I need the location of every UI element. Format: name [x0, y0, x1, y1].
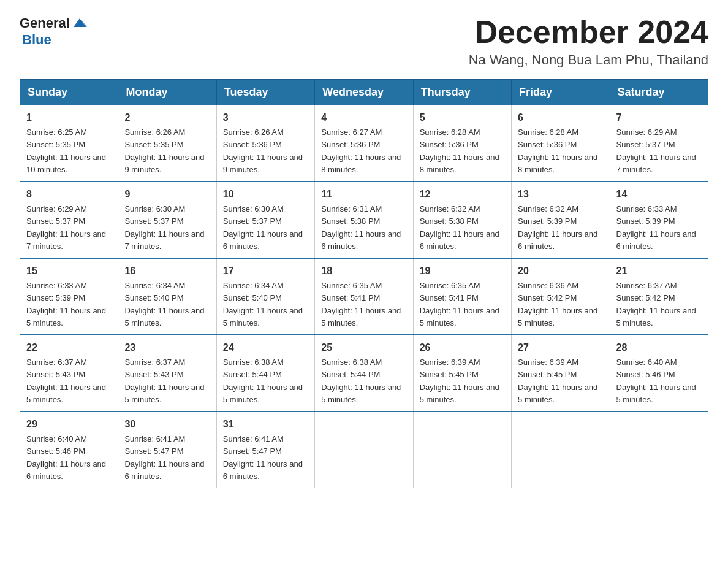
day-info: Sunrise: 6:32 AMSunset: 5:39 PMDaylight:… — [518, 204, 597, 251]
calendar-cell — [512, 412, 610, 488]
calendar-cell: 7 Sunrise: 6:29 AMSunset: 5:37 PMDayligh… — [610, 105, 708, 182]
day-info: Sunrise: 6:37 AMSunset: 5:43 PMDaylight:… — [124, 358, 204, 404]
col-wednesday: Wednesday — [315, 80, 413, 105]
calendar-week-row: 15 Sunrise: 6:33 AMSunset: 5:39 PMDaylig… — [20, 258, 708, 335]
day-info: Sunrise: 6:40 AMSunset: 5:46 PMDaylight:… — [26, 434, 106, 481]
day-number: 15 — [26, 264, 112, 278]
day-info: Sunrise: 6:30 AMSunset: 5:37 PMDaylight:… — [124, 204, 204, 251]
calendar-cell: 25 Sunrise: 6:38 AMSunset: 5:44 PMDaylig… — [315, 335, 413, 412]
day-number: 13 — [518, 187, 603, 202]
calendar-cell: 22 Sunrise: 6:37 AMSunset: 5:43 PMDaylig… — [20, 335, 118, 412]
calendar-cell: 26 Sunrise: 6:39 AMSunset: 5:45 PMDaylig… — [413, 335, 511, 412]
day-info: Sunrise: 6:26 AMSunset: 5:36 PMDaylight:… — [223, 128, 303, 174]
calendar-cell: 19 Sunrise: 6:35 AMSunset: 5:41 PMDaylig… — [413, 258, 511, 335]
calendar-cell: 3 Sunrise: 6:26 AMSunset: 5:36 PMDayligh… — [216, 105, 314, 182]
day-info: Sunrise: 6:38 AMSunset: 5:44 PMDaylight:… — [321, 358, 401, 404]
day-number: 18 — [321, 264, 406, 278]
day-info: Sunrise: 6:27 AMSunset: 5:36 PMDaylight:… — [321, 128, 401, 174]
col-saturday: Saturday — [610, 80, 708, 105]
col-thursday: Thursday — [413, 80, 511, 105]
day-number: 24 — [223, 340, 308, 355]
day-number: 27 — [518, 340, 603, 355]
calendar-cell: 13 Sunrise: 6:32 AMSunset: 5:39 PMDaylig… — [512, 182, 610, 258]
day-number: 31 — [223, 417, 308, 432]
day-info: Sunrise: 6:25 AMSunset: 5:35 PMDaylight:… — [26, 128, 106, 174]
calendar-week-row: 8 Sunrise: 6:29 AMSunset: 5:37 PMDayligh… — [20, 182, 708, 258]
day-number: 12 — [420, 187, 505, 202]
day-number: 26 — [420, 340, 505, 355]
day-info: Sunrise: 6:31 AMSunset: 5:38 PMDaylight:… — [321, 204, 401, 251]
day-number: 10 — [223, 187, 308, 202]
day-number: 4 — [321, 110, 406, 125]
day-number: 28 — [616, 340, 702, 355]
day-info: Sunrise: 6:32 AMSunset: 5:38 PMDaylight:… — [420, 204, 499, 251]
day-info: Sunrise: 6:39 AMSunset: 5:45 PMDaylight:… — [420, 358, 499, 404]
day-number: 29 — [26, 417, 112, 432]
day-info: Sunrise: 6:28 AMSunset: 5:36 PMDaylight:… — [420, 128, 499, 174]
day-info: Sunrise: 6:41 AMSunset: 5:47 PMDaylight:… — [223, 434, 303, 481]
header: General Blue December 2024 Na Wang, Nong… — [20, 15, 708, 68]
day-info: Sunrise: 6:40 AMSunset: 5:46 PMDaylight:… — [616, 358, 696, 404]
day-info: Sunrise: 6:33 AMSunset: 5:39 PMDaylight:… — [26, 281, 106, 327]
col-tuesday: Tuesday — [216, 80, 314, 105]
calendar-table: Sunday Monday Tuesday Wednesday Thursday… — [20, 79, 708, 488]
day-info: Sunrise: 6:29 AMSunset: 5:37 PMDaylight:… — [616, 128, 696, 174]
day-info: Sunrise: 6:38 AMSunset: 5:44 PMDaylight:… — [223, 358, 303, 404]
day-number: 20 — [518, 264, 603, 278]
calendar-cell: 11 Sunrise: 6:31 AMSunset: 5:38 PMDaylig… — [315, 182, 413, 258]
calendar-cell: 12 Sunrise: 6:32 AMSunset: 5:38 PMDaylig… — [413, 182, 511, 258]
calendar-cell: 1 Sunrise: 6:25 AMSunset: 5:35 PMDayligh… — [20, 105, 118, 182]
col-sunday: Sunday — [20, 80, 118, 105]
calendar-cell: 9 Sunrise: 6:30 AMSunset: 5:37 PMDayligh… — [118, 182, 216, 258]
calendar-week-row: 1 Sunrise: 6:25 AMSunset: 5:35 PMDayligh… — [20, 105, 708, 182]
calendar-cell: 2 Sunrise: 6:26 AMSunset: 5:35 PMDayligh… — [118, 105, 216, 182]
day-number: 5 — [420, 110, 505, 125]
day-info: Sunrise: 6:41 AMSunset: 5:47 PMDaylight:… — [124, 434, 204, 481]
day-info: Sunrise: 6:29 AMSunset: 5:37 PMDaylight:… — [26, 204, 106, 251]
day-info: Sunrise: 6:39 AMSunset: 5:45 PMDaylight:… — [518, 358, 597, 404]
calendar-cell: 28 Sunrise: 6:40 AMSunset: 5:46 PMDaylig… — [610, 335, 708, 412]
calendar-cell: 18 Sunrise: 6:35 AMSunset: 5:41 PMDaylig… — [315, 258, 413, 335]
day-number: 23 — [124, 340, 210, 355]
calendar-cell: 24 Sunrise: 6:38 AMSunset: 5:44 PMDaylig… — [216, 335, 314, 412]
location-subtitle: Na Wang, Nong Bua Lam Phu, Thailand — [469, 52, 708, 68]
calendar-cell: 20 Sunrise: 6:36 AMSunset: 5:42 PMDaylig… — [512, 258, 610, 335]
day-number: 8 — [26, 187, 112, 202]
logo-icon — [71, 15, 88, 32]
col-friday: Friday — [512, 80, 610, 105]
calendar-cell — [413, 412, 511, 488]
day-number: 17 — [223, 264, 308, 278]
day-number: 16 — [124, 264, 210, 278]
logo-general: General — [20, 17, 70, 30]
calendar-cell: 6 Sunrise: 6:28 AMSunset: 5:36 PMDayligh… — [512, 105, 610, 182]
calendar-cell: 29 Sunrise: 6:40 AMSunset: 5:46 PMDaylig… — [20, 412, 118, 488]
day-info: Sunrise: 6:37 AMSunset: 5:43 PMDaylight:… — [26, 358, 106, 404]
month-title: December 2024 — [469, 15, 708, 50]
day-number: 22 — [26, 340, 112, 355]
day-info: Sunrise: 6:33 AMSunset: 5:39 PMDaylight:… — [616, 204, 696, 251]
day-number: 7 — [616, 110, 702, 125]
calendar-week-row: 29 Sunrise: 6:40 AMSunset: 5:46 PMDaylig… — [20, 412, 708, 488]
calendar-cell: 15 Sunrise: 6:33 AMSunset: 5:39 PMDaylig… — [20, 258, 118, 335]
calendar-header-row: Sunday Monday Tuesday Wednesday Thursday… — [20, 80, 708, 105]
day-number: 6 — [518, 110, 603, 125]
calendar-cell — [610, 412, 708, 488]
title-section: December 2024 Na Wang, Nong Bua Lam Phu,… — [469, 15, 708, 68]
calendar-cell: 14 Sunrise: 6:33 AMSunset: 5:39 PMDaylig… — [610, 182, 708, 258]
day-number: 9 — [124, 187, 210, 202]
calendar-cell: 5 Sunrise: 6:28 AMSunset: 5:36 PMDayligh… — [413, 105, 511, 182]
col-monday: Monday — [118, 80, 216, 105]
day-number: 25 — [321, 340, 406, 355]
day-number: 11 — [321, 187, 406, 202]
calendar-cell: 16 Sunrise: 6:34 AMSunset: 5:40 PMDaylig… — [118, 258, 216, 335]
calendar-cell: 4 Sunrise: 6:27 AMSunset: 5:36 PMDayligh… — [315, 105, 413, 182]
calendar-cell: 31 Sunrise: 6:41 AMSunset: 5:47 PMDaylig… — [216, 412, 314, 488]
logo: General — [20, 15, 89, 32]
calendar-cell: 30 Sunrise: 6:41 AMSunset: 5:47 PMDaylig… — [118, 412, 216, 488]
calendar-cell: 10 Sunrise: 6:30 AMSunset: 5:37 PMDaylig… — [216, 182, 314, 258]
calendar-cell: 8 Sunrise: 6:29 AMSunset: 5:37 PMDayligh… — [20, 182, 118, 258]
day-info: Sunrise: 6:34 AMSunset: 5:40 PMDaylight:… — [223, 281, 303, 327]
day-info: Sunrise: 6:30 AMSunset: 5:37 PMDaylight:… — [223, 204, 303, 251]
calendar-cell — [315, 412, 413, 488]
day-number: 30 — [124, 417, 210, 432]
